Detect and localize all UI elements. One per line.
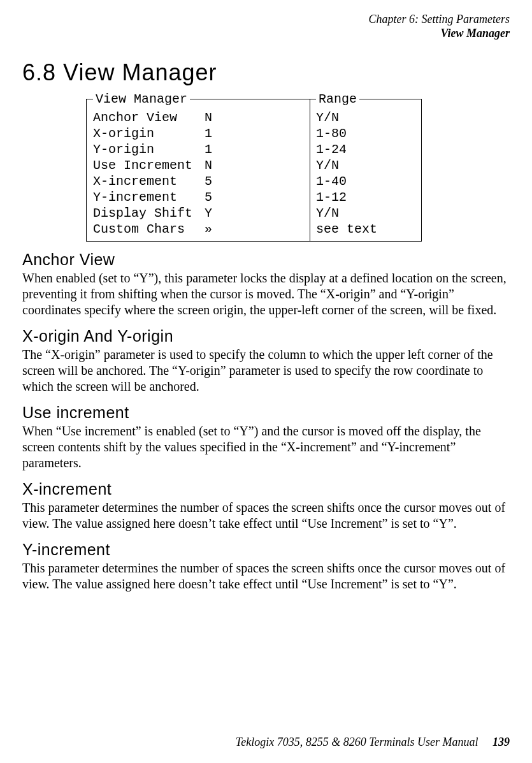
header-chapter: Chapter 6: Setting Parameters: [22, 13, 510, 27]
table-row: see text: [316, 221, 415, 237]
range-legend: Range: [316, 91, 359, 107]
param-value: 5: [205, 189, 220, 205]
table-row: Anchor ViewN: [93, 110, 303, 126]
table-row: Use IncrementN: [93, 157, 303, 173]
table-row: Custom Chars»: [93, 221, 303, 237]
param-range: 1-40: [316, 173, 347, 189]
param-value: 1: [205, 142, 220, 157]
param-label: Display Shift: [93, 205, 205, 221]
table-row: Y-origin1: [93, 142, 303, 157]
param-range: 1-80: [316, 126, 347, 142]
footer-text: Teklogix 7035, 8255 & 8260 Terminals Use…: [236, 736, 478, 748]
page-number: 139: [492, 736, 510, 748]
section-title: 6.8 View Manager: [22, 59, 510, 86]
param-range: 1-12: [316, 189, 347, 205]
param-label: Y-origin: [93, 142, 205, 157]
page-header: Chapter 6: Setting Parameters View Manag…: [22, 13, 510, 40]
param-range: Y/N: [316, 110, 339, 126]
param-label: Y-increment: [93, 189, 205, 205]
table-row: 1-12: [316, 189, 415, 205]
page-footer: Teklogix 7035, 8255 & 8260 Terminals Use…: [236, 736, 510, 749]
param-value: N: [205, 110, 220, 126]
view-manager-table: View Manager Anchor ViewN X-origin1 Y-or…: [86, 91, 510, 242]
param-value: N: [205, 157, 220, 173]
param-label: X-origin: [93, 126, 205, 142]
table-row: X-increment5: [93, 173, 303, 189]
table-row: Y/N: [316, 205, 415, 221]
subheading-x-increment: X-increment: [22, 480, 510, 498]
body-anchor-view: When enabled (set to “Y”), this paramete…: [22, 270, 510, 318]
body-use-increment: When “Use increment” is enabled (set to …: [22, 423, 510, 471]
table-row: 1-24: [316, 142, 415, 157]
param-label: Use Increment: [93, 157, 205, 173]
body-x-increment: This parameter determines the number of …: [22, 500, 510, 532]
table-row: Y/N: [316, 157, 415, 173]
table-row: 1-40: [316, 173, 415, 189]
param-label: Custom Chars: [93, 221, 205, 237]
body-y-increment: This parameter determines the number of …: [22, 560, 510, 592]
param-label: Anchor View: [93, 110, 205, 126]
param-value: 5: [205, 173, 220, 189]
param-label: X-increment: [93, 173, 205, 189]
subheading-anchor-view: Anchor View: [22, 251, 510, 269]
body-x-y-origin: The “X-origin” parameter is used to spec…: [22, 347, 510, 395]
header-section: View Manager: [22, 27, 510, 41]
table-row: 1-80: [316, 126, 415, 142]
param-value: Y: [205, 205, 220, 221]
table-row: Y/N: [316, 110, 415, 126]
table-row: Display ShiftY: [93, 205, 303, 221]
subheading-x-y-origin: X-origin And Y-origin: [22, 327, 510, 345]
param-value: »: [205, 221, 220, 237]
param-range: 1-24: [316, 142, 347, 157]
subheading-y-increment: Y-increment: [22, 541, 510, 559]
param-range: see text: [316, 221, 377, 237]
table-row: Y-increment5: [93, 189, 303, 205]
table-row: X-origin1: [93, 126, 303, 142]
subheading-use-increment: Use increment: [22, 403, 510, 422]
view-manager-params-box: View Manager Anchor ViewN X-origin1 Y-or…: [86, 91, 310, 242]
param-range: Y/N: [316, 205, 339, 221]
param-value: 1: [205, 126, 220, 142]
view-manager-legend: View Manager: [93, 91, 190, 107]
range-box: Range Y/N 1-80 1-24 Y/N 1-40 1-12 Y/N se…: [310, 91, 422, 242]
param-range: Y/N: [316, 157, 339, 173]
